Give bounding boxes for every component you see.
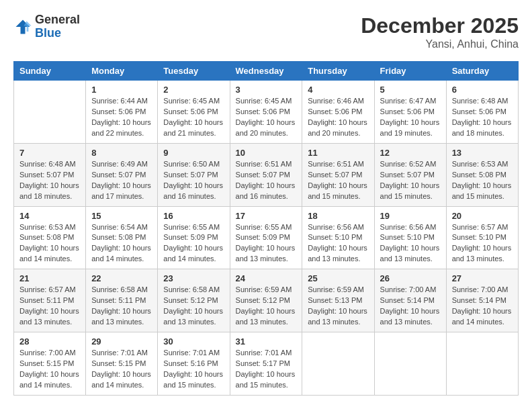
table-row: 19Sunrise: 6:56 AM Sunset: 5:10 PM Dayli… — [374, 206, 446, 269]
table-row — [302, 332, 374, 396]
day-number: 14 — [19, 211, 80, 221]
day-info: Sunrise: 6:45 AM Sunset: 5:06 PM Dayligh… — [236, 96, 297, 139]
table-row: 18Sunrise: 6:56 AM Sunset: 5:10 PM Dayli… — [302, 206, 374, 269]
day-number: 8 — [91, 148, 152, 158]
table-row: 11Sunrise: 6:51 AM Sunset: 5:07 PM Dayli… — [302, 143, 374, 206]
logo-icon — [13, 17, 32, 36]
day-info: Sunrise: 7:00 AM Sunset: 5:14 PM Dayligh… — [380, 285, 441, 328]
day-info: Sunrise: 6:58 AM Sunset: 5:11 PM Dayligh… — [91, 285, 152, 328]
day-info: Sunrise: 6:55 AM Sunset: 5:09 PM Dayligh… — [163, 222, 224, 265]
month-title: December 2025 — [361, 13, 519, 38]
day-number: 5 — [380, 85, 441, 95]
page-header: General Blue December 2025 Yansi, Anhui,… — [13, 13, 519, 50]
table-row: 7Sunrise: 6:48 AM Sunset: 5:07 PM Daylig… — [14, 143, 86, 206]
table-row: 31Sunrise: 7:01 AM Sunset: 5:17 PM Dayli… — [230, 332, 302, 396]
day-info: Sunrise: 7:01 AM Sunset: 5:15 PM Dayligh… — [91, 348, 152, 391]
table-row: 1Sunrise: 6:44 AM Sunset: 5:06 PM Daylig… — [86, 81, 158, 144]
day-number: 21 — [19, 273, 80, 283]
day-number: 1 — [91, 85, 152, 95]
table-row: 12Sunrise: 6:52 AM Sunset: 5:07 PM Dayli… — [374, 143, 446, 206]
table-row: 2Sunrise: 6:45 AM Sunset: 5:06 PM Daylig… — [158, 81, 230, 144]
table-row: 30Sunrise: 7:01 AM Sunset: 5:16 PM Dayli… — [158, 332, 230, 396]
day-number: 2 — [163, 85, 224, 95]
day-number: 28 — [19, 336, 80, 347]
calendar-week-row: 1Sunrise: 6:44 AM Sunset: 5:06 PM Daylig… — [14, 81, 519, 144]
day-info: Sunrise: 7:00 AM Sunset: 5:15 PM Dayligh… — [19, 348, 80, 391]
day-number: 18 — [308, 211, 368, 221]
day-number: 25 — [308, 273, 368, 283]
location-title: Yansi, Anhui, China — [361, 38, 519, 50]
table-row: 17Sunrise: 6:55 AM Sunset: 5:09 PM Dayli… — [230, 206, 302, 269]
day-info: Sunrise: 6:51 AM Sunset: 5:07 PM Dayligh… — [236, 159, 297, 202]
logo-blue-text: Blue — [35, 27, 80, 40]
day-number: 12 — [380, 148, 441, 158]
table-row — [446, 332, 518, 396]
table-row: 13Sunrise: 6:53 AM Sunset: 5:08 PM Dayli… — [446, 143, 518, 206]
day-info: Sunrise: 6:53 AM Sunset: 5:08 PM Dayligh… — [19, 222, 80, 265]
day-info: Sunrise: 6:57 AM Sunset: 5:11 PM Dayligh… — [19, 285, 80, 328]
day-number: 10 — [236, 148, 297, 158]
day-info: Sunrise: 6:59 AM Sunset: 5:12 PM Dayligh… — [236, 285, 297, 328]
table-row: 23Sunrise: 6:58 AM Sunset: 5:12 PM Dayli… — [158, 269, 230, 332]
day-info: Sunrise: 6:44 AM Sunset: 5:06 PM Dayligh… — [91, 96, 152, 139]
table-row: 25Sunrise: 6:59 AM Sunset: 5:13 PM Dayli… — [302, 269, 374, 332]
day-number: 30 — [163, 336, 224, 347]
table-row: 27Sunrise: 7:00 AM Sunset: 5:14 PM Dayli… — [446, 269, 518, 332]
day-number: 3 — [236, 85, 297, 95]
table-row: 14Sunrise: 6:53 AM Sunset: 5:08 PM Dayli… — [14, 206, 86, 269]
table-row: 9Sunrise: 6:50 AM Sunset: 5:07 PM Daylig… — [158, 143, 230, 206]
day-info: Sunrise: 6:55 AM Sunset: 5:09 PM Dayligh… — [236, 222, 297, 265]
table-row: 22Sunrise: 6:58 AM Sunset: 5:11 PM Dayli… — [86, 269, 158, 332]
calendar-week-row: 28Sunrise: 7:00 AM Sunset: 5:15 PM Dayli… — [14, 332, 519, 396]
logo-general-text: General — [35, 13, 80, 27]
day-number: 20 — [452, 211, 513, 221]
table-row: 10Sunrise: 6:51 AM Sunset: 5:07 PM Dayli… — [230, 143, 302, 206]
day-info: Sunrise: 6:51 AM Sunset: 5:07 PM Dayligh… — [308, 159, 368, 202]
logo: General Blue — [13, 13, 80, 40]
day-number: 22 — [91, 273, 152, 283]
day-number: 23 — [163, 273, 224, 283]
table-row: 4Sunrise: 6:46 AM Sunset: 5:06 PM Daylig… — [302, 81, 374, 144]
day-number: 26 — [380, 273, 441, 283]
col-thursday: Thursday — [302, 62, 374, 81]
day-number: 4 — [308, 85, 368, 95]
table-row: 5Sunrise: 6:47 AM Sunset: 5:06 PM Daylig… — [374, 81, 446, 144]
col-friday: Friday — [374, 62, 446, 81]
day-number: 24 — [236, 273, 297, 283]
table-row: 20Sunrise: 6:57 AM Sunset: 5:10 PM Dayli… — [446, 206, 518, 269]
day-info: Sunrise: 6:48 AM Sunset: 5:06 PM Dayligh… — [452, 96, 513, 139]
calendar-week-row: 7Sunrise: 6:48 AM Sunset: 5:07 PM Daylig… — [14, 143, 519, 206]
day-info: Sunrise: 6:56 AM Sunset: 5:10 PM Dayligh… — [380, 222, 441, 265]
day-number: 29 — [91, 336, 152, 347]
title-section: December 2025 Yansi, Anhui, China — [361, 13, 519, 50]
day-number: 27 — [452, 273, 513, 283]
day-info: Sunrise: 6:56 AM Sunset: 5:10 PM Dayligh… — [308, 222, 368, 265]
col-tuesday: Tuesday — [158, 62, 230, 81]
day-info: Sunrise: 6:50 AM Sunset: 5:07 PM Dayligh… — [163, 159, 224, 202]
table-row: 24Sunrise: 6:59 AM Sunset: 5:12 PM Dayli… — [230, 269, 302, 332]
day-info: Sunrise: 7:01 AM Sunset: 5:16 PM Dayligh… — [163, 348, 224, 391]
day-info: Sunrise: 6:54 AM Sunset: 5:08 PM Dayligh… — [91, 222, 152, 265]
day-number: 6 — [452, 85, 513, 95]
col-sunday: Sunday — [14, 62, 86, 81]
col-monday: Monday — [86, 62, 158, 81]
day-number: 9 — [163, 148, 224, 158]
day-info: Sunrise: 6:46 AM Sunset: 5:06 PM Dayligh… — [308, 96, 368, 139]
day-info: Sunrise: 6:48 AM Sunset: 5:07 PM Dayligh… — [19, 159, 80, 202]
day-number: 13 — [452, 148, 513, 158]
day-info: Sunrise: 6:45 AM Sunset: 5:06 PM Dayligh… — [163, 96, 224, 139]
day-number: 16 — [163, 211, 224, 221]
calendar-week-row: 21Sunrise: 6:57 AM Sunset: 5:11 PM Dayli… — [14, 269, 519, 332]
col-saturday: Saturday — [446, 62, 518, 81]
table-row — [14, 81, 86, 144]
table-row: 6Sunrise: 6:48 AM Sunset: 5:06 PM Daylig… — [446, 81, 518, 144]
logo-text: General Blue — [35, 13, 80, 40]
day-number: 15 — [91, 211, 152, 221]
calendar-header-row: Sunday Monday Tuesday Wednesday Thursday… — [14, 62, 519, 81]
day-info: Sunrise: 6:47 AM Sunset: 5:06 PM Dayligh… — [380, 96, 441, 139]
day-info: Sunrise: 7:00 AM Sunset: 5:14 PM Dayligh… — [452, 285, 513, 328]
day-info: Sunrise: 7:01 AM Sunset: 5:17 PM Dayligh… — [236, 348, 297, 391]
day-info: Sunrise: 6:52 AM Sunset: 5:07 PM Dayligh… — [380, 159, 441, 202]
col-wednesday: Wednesday — [230, 62, 302, 81]
table-row: 15Sunrise: 6:54 AM Sunset: 5:08 PM Dayli… — [86, 206, 158, 269]
